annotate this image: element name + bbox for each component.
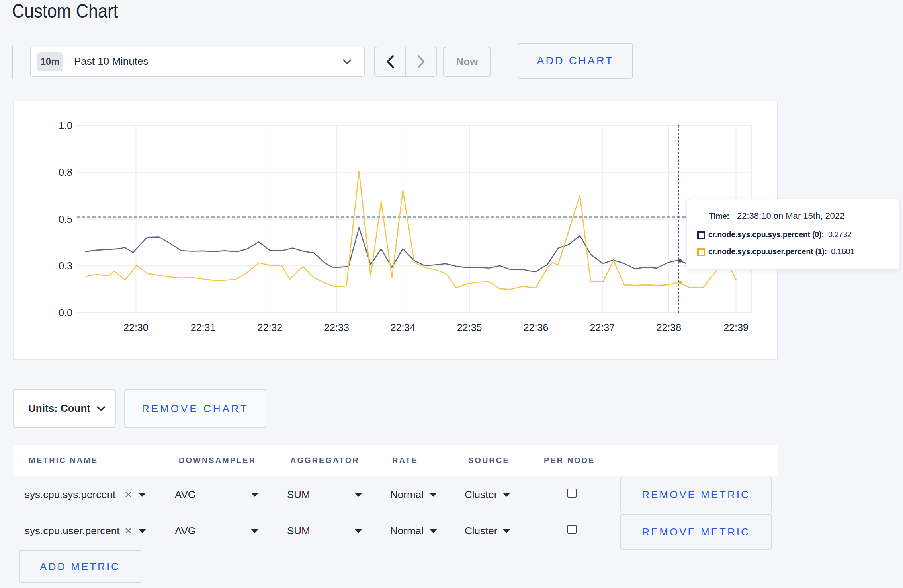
- svg-text:22:37: 22:37: [590, 322, 615, 333]
- svg-text:0.0: 0.0: [59, 307, 72, 318]
- svg-text:22:39: 22:39: [723, 322, 749, 333]
- svg-text:22:38: 22:38: [657, 322, 682, 333]
- svg-text:22:36: 22:36: [524, 322, 549, 333]
- svg-text:22:35: 22:35: [457, 322, 482, 333]
- svg-text:1.0: 1.0: [59, 120, 72, 131]
- svg-text:22:31: 22:31: [191, 322, 216, 333]
- svg-text:0.5: 0.5: [59, 214, 72, 225]
- svg-text:0.3: 0.3: [59, 260, 72, 271]
- svg-text:22:34: 22:34: [391, 322, 416, 333]
- svg-text:22:33: 22:33: [324, 322, 349, 333]
- svg-text:0.8: 0.8: [59, 167, 72, 178]
- svg-text:22:30: 22:30: [123, 322, 149, 333]
- svg-text:22:32: 22:32: [258, 322, 283, 333]
